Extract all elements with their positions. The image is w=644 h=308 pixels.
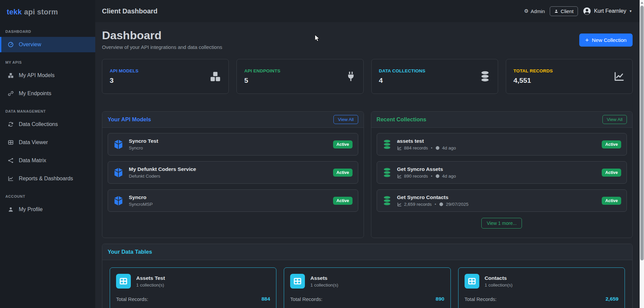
stat-value: 3 bbox=[110, 76, 139, 84]
gear-icon: ⚙ bbox=[524, 8, 529, 14]
chart-line-icon bbox=[397, 174, 402, 179]
database-icon bbox=[382, 139, 392, 150]
chart-line-icon bbox=[397, 202, 402, 207]
table-icon bbox=[465, 274, 479, 289]
model-subtitle: Defunkt Coders bbox=[129, 174, 196, 179]
collection-meta: 884 records • 4d ago bbox=[397, 145, 456, 150]
stat-label: API ENDPOINTS bbox=[244, 68, 280, 73]
stat-value: 5 bbox=[244, 76, 280, 84]
stat-card-data-collections: DATA COLLECTIONS 4 bbox=[371, 59, 498, 94]
database-icon bbox=[382, 167, 392, 178]
scrollbar-thumb[interactable] bbox=[640, 6, 644, 260]
brand-logo[interactable]: tekk api storm bbox=[0, 0, 95, 24]
collection-meta: 2,659 records • 29/07/2025 bbox=[397, 202, 469, 207]
vertical-scrollbar[interactable] bbox=[640, 0, 644, 308]
api-model-row[interactable]: My Defunkt Coders Service Defunkt Coders… bbox=[108, 161, 358, 184]
sidebar-item-label: Data Viewer bbox=[19, 139, 48, 145]
sidebar-item-overview[interactable]: Overview bbox=[0, 37, 95, 52]
scroll-up-arrow-icon[interactable] bbox=[641, 2, 643, 4]
table-collections: 1 collection(s) bbox=[310, 283, 338, 288]
sidebar-item-my-api-models[interactable]: My API Models bbox=[0, 68, 95, 83]
admin-label: Admin bbox=[531, 8, 545, 14]
stat-label: API MODELS bbox=[110, 68, 139, 73]
collection-time: 4d ago bbox=[442, 145, 456, 150]
chart-line-icon bbox=[613, 71, 625, 82]
collection-row[interactable]: Get Syncro Assets 890 records • 4d ago A… bbox=[377, 161, 627, 184]
panels-row: Your API Models View All Syncro Test Syn… bbox=[102, 111, 633, 238]
stat-card-total-records: TOTAL RECORDS 4,551 bbox=[506, 59, 633, 94]
app-window: tekk api storm DASHBOARD Overview MY API… bbox=[0, 0, 640, 308]
collection-name: Get Syncro Assets bbox=[397, 166, 456, 172]
sidebar-item-my-profile[interactable]: My Profile bbox=[0, 202, 95, 217]
top-navbar: Client Dashboard ⚙ Admin Client Kurt F bbox=[95, 0, 640, 22]
sidebar-item-my-endpoints[interactable]: My Endpoints bbox=[0, 86, 95, 101]
sidebar-item-label: My Endpoints bbox=[19, 90, 51, 97]
data-tables-panel: Your Data Tables Assets Test 1 collectio… bbox=[102, 244, 633, 308]
data-table-card[interactable]: Contacts 1 collection(s) Total Records: … bbox=[458, 267, 625, 308]
table-icon bbox=[290, 274, 305, 289]
status-badge: Active bbox=[602, 169, 621, 177]
stat-card-api-models: API MODELS 3 bbox=[102, 59, 229, 94]
table-icon bbox=[7, 139, 14, 145]
collection-meta: 890 records • 4d ago bbox=[397, 174, 456, 179]
sidebar-item-data-viewer[interactable]: Data Viewer bbox=[0, 135, 95, 150]
view-more-button[interactable]: View 1 more... bbox=[481, 218, 522, 229]
person-icon bbox=[554, 9, 558, 13]
view-all-collections-button[interactable]: View All bbox=[602, 115, 627, 124]
status-badge: Active bbox=[333, 140, 353, 148]
new-collection-button[interactable]: + New Collection bbox=[579, 34, 633, 47]
api-models-panel-header: Your API Models View All bbox=[102, 112, 364, 128]
database-icon bbox=[480, 71, 490, 82]
cube-icon bbox=[113, 167, 123, 178]
recent-collections-panel: Recent Collections View All assets test bbox=[371, 111, 633, 238]
recent-collections-panel-header: Recent Collections View All bbox=[371, 112, 633, 128]
data-tables-panel-header: Your Data Tables bbox=[102, 244, 632, 260]
record-count: 890 records bbox=[404, 174, 428, 179]
collection-time: 29/07/2025 bbox=[446, 202, 469, 207]
collection-name: assets test bbox=[397, 138, 456, 144]
cube-icon bbox=[113, 139, 123, 150]
dot-separator: • bbox=[434, 202, 437, 207]
plug-icon bbox=[346, 71, 356, 82]
sidebar-section-data-management: DATA MANAGEMENT bbox=[0, 104, 95, 117]
total-records-label: Total Records: bbox=[116, 296, 148, 302]
model-name: Syncro bbox=[129, 194, 153, 200]
data-tables-grid: Assets Test 1 collection(s) Total Record… bbox=[102, 260, 632, 308]
collection-row[interactable]: Get Syncro Contacts 2,659 records • 29/0… bbox=[377, 189, 627, 212]
cube-icon bbox=[113, 195, 123, 206]
sidebar-item-data-collections[interactable]: Data Collections bbox=[0, 117, 95, 132]
clock-icon bbox=[439, 202, 443, 206]
table-collections: 1 collection(s) bbox=[136, 283, 165, 288]
client-button[interactable]: Client bbox=[550, 6, 578, 16]
new-collection-label: New Collection bbox=[592, 37, 627, 43]
model-name: My Defunkt Coders Service bbox=[129, 166, 196, 172]
model-name: Syncro Test bbox=[129, 138, 158, 144]
collections-list: assets test 884 records • 4d ago Active bbox=[371, 128, 633, 234]
api-model-row[interactable]: Syncro SyncroMSP Active bbox=[108, 189, 358, 212]
collection-row[interactable]: assets test 884 records • 4d ago Active bbox=[377, 133, 627, 156]
view-all-models-button[interactable]: View All bbox=[333, 115, 358, 124]
sidebar-section-my-apis: MY APIS bbox=[0, 55, 95, 68]
data-table-card[interactable]: Assets Test 1 collection(s) Total Record… bbox=[110, 267, 276, 308]
chevron-down-icon: ▾ bbox=[630, 9, 632, 13]
table-name: Assets bbox=[310, 275, 338, 281]
page-header: Dashboard Overview of your API integrati… bbox=[102, 29, 633, 50]
api-models-panel: Your API Models View All Syncro Test Syn… bbox=[102, 111, 364, 238]
table-name: Contacts bbox=[485, 275, 513, 281]
sidebar-section-account: ACCOUNT bbox=[0, 189, 95, 202]
clock-icon bbox=[435, 146, 440, 150]
table-name: Assets Test bbox=[136, 275, 165, 281]
collection-name: Get Syncro Contacts bbox=[397, 194, 469, 200]
admin-link[interactable]: ⚙ Admin bbox=[524, 8, 545, 14]
cubes-icon bbox=[210, 71, 221, 82]
panel-title: Recent Collections bbox=[377, 116, 427, 123]
sidebar-item-data-matrix[interactable]: Data Matrix bbox=[0, 153, 95, 168]
sidebar-section-dashboard: DASHBOARD bbox=[0, 24, 95, 37]
data-table-card[interactable]: Assets 1 collection(s) Total Records: 89… bbox=[284, 267, 450, 308]
api-model-row[interactable]: Syncro Test Syncro Active bbox=[108, 133, 358, 156]
sidebar-item-reports-dashboards[interactable]: Reports & Dashboards bbox=[0, 171, 95, 186]
record-count: 2,659 records bbox=[404, 202, 432, 207]
status-badge: Active bbox=[602, 197, 621, 205]
navbar-right: ⚙ Admin Client Kurt Fearnley ▾ bbox=[524, 6, 632, 16]
user-menu[interactable]: Kurt Fearnley ▾ bbox=[583, 7, 632, 15]
